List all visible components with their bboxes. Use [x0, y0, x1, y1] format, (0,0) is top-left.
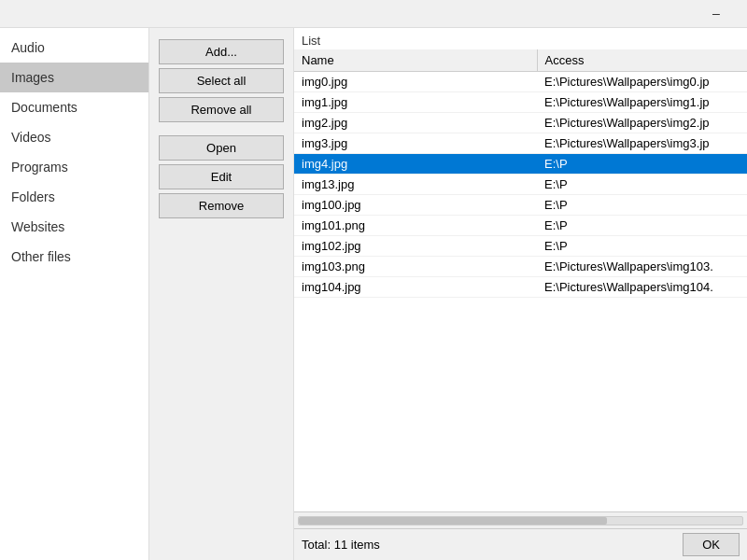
col-header-name: Name [294, 49, 537, 72]
file-access-cell: E:\P [537, 195, 747, 216]
status-bar: Total: 11 items OK [294, 528, 747, 560]
file-name-cell: img3.jpg [294, 133, 537, 154]
file-name-cell: img4.jpg [294, 154, 537, 175]
sidebar-item-websites[interactable]: Websites [0, 212, 148, 242]
file-table: Name Access img0.jpgE:\Pictures\Wallpape… [294, 49, 747, 298]
file-access-cell: E:\P [537, 216, 747, 236]
table-row[interactable]: img4.jpgE:\P [294, 154, 747, 175]
ok-button[interactable]: OK [683, 533, 740, 556]
scrollbar-track [298, 516, 743, 525]
sidebar: AudioImagesDocumentsVideosProgramsFolder… [0, 28, 149, 560]
file-name-cell: img1.jpg [294, 92, 537, 113]
table-row[interactable]: img103.pngE:\Pictures\Wallpapers\img103. [294, 257, 747, 277]
total-items-label: Total: 11 items [302, 538, 380, 552]
sidebar-item-folders[interactable]: Folders [0, 182, 148, 212]
col-header-access: Access [537, 49, 747, 72]
sidebar-item-videos[interactable]: Videos [0, 122, 148, 152]
center-panel: Add... Select all Remove all Open Edit R… [149, 28, 294, 560]
sidebar-item-audio[interactable]: Audio [0, 33, 148, 63]
titlebar: ─ [0, 0, 747, 28]
file-access-cell: E:\Pictures\Wallpapers\img104. [537, 277, 747, 298]
table-row[interactable]: img101.pngE:\P [294, 216, 747, 236]
edit-button[interactable]: Edit [159, 164, 284, 189]
table-row[interactable]: img0.jpgE:\Pictures\Wallpapers\img0.jp [294, 72, 747, 92]
open-button[interactable]: Open [159, 135, 284, 161]
file-access-cell: E:\Pictures\Wallpapers\img2.jp [537, 113, 747, 133]
table-row[interactable]: img104.jpgE:\Pictures\Wallpapers\img104. [294, 277, 747, 298]
sidebar-item-programs[interactable]: Programs [0, 152, 148, 182]
scrollbar[interactable] [294, 511, 747, 528]
add-button[interactable]: Add... [159, 39, 284, 64]
scrollbar-thumb [299, 517, 607, 525]
file-access-cell: E:\Pictures\Wallpapers\img0.jp [537, 72, 747, 92]
sidebar-item-other-files[interactable]: Other files [0, 242, 148, 272]
sidebar-item-documents[interactable]: Documents [0, 92, 148, 122]
table-row[interactable]: img102.jpgE:\P [294, 236, 747, 257]
file-access-cell: E:\Pictures\Wallpapers\img1.jp [537, 92, 747, 113]
file-name-cell: img0.jpg [294, 72, 537, 92]
file-name-cell: img2.jpg [294, 113, 537, 133]
list-title: List [294, 28, 747, 49]
table-scroll-body[interactable]: Name Access img0.jpgE:\Pictures\Wallpape… [294, 49, 747, 298]
list-table-wrapper: Name Access img0.jpgE:\Pictures\Wallpape… [294, 49, 747, 511]
file-access-cell: E:\Pictures\Wallpapers\img3.jp [537, 133, 747, 154]
file-name-cell: img103.png [294, 257, 537, 277]
file-access-cell: E:\P [537, 154, 747, 175]
file-access-cell: E:\Pictures\Wallpapers\img103. [537, 257, 747, 277]
file-name-cell: img13.jpg [294, 175, 537, 195]
table-row[interactable]: img2.jpgE:\Pictures\Wallpapers\img2.jp [294, 113, 747, 133]
remove-all-button[interactable]: Remove all [159, 97, 284, 122]
main-container: AudioImagesDocumentsVideosProgramsFolder… [0, 28, 747, 560]
file-name-cell: img100.jpg [294, 195, 537, 216]
file-name-cell: img101.png [294, 216, 537, 236]
table-row[interactable]: img100.jpgE:\P [294, 195, 747, 216]
content-area: List Name Access img0.jpgE:\Pictures\Wal… [294, 28, 747, 560]
file-access-cell: E:\P [537, 236, 747, 257]
table-row[interactable]: img3.jpgE:\Pictures\Wallpapers\img3.jp [294, 133, 747, 154]
table-row[interactable]: img1.jpgE:\Pictures\Wallpapers\img1.jp [294, 92, 747, 113]
sidebar-item-images[interactable]: Images [0, 63, 148, 92]
remove-button[interactable]: Remove [159, 193, 284, 218]
select-all-button[interactable]: Select all [159, 68, 284, 93]
file-access-cell: E:\P [537, 175, 747, 195]
table-row[interactable]: img13.jpgE:\P [294, 175, 747, 195]
file-name-cell: img102.jpg [294, 236, 537, 257]
file-name-cell: img104.jpg [294, 277, 537, 298]
minimize-button[interactable]: ─ [695, 0, 738, 28]
